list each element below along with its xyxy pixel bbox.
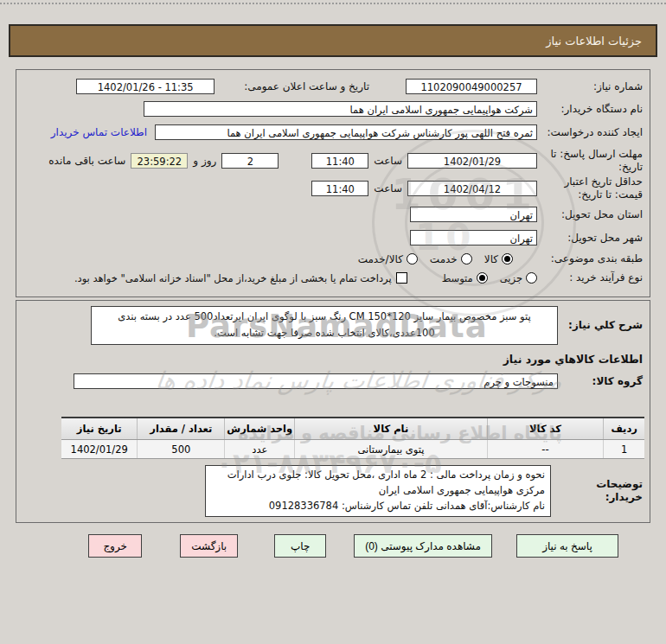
goods-table: ردیف کد کالا نام کالا واحد شمارش تعداد /… [61, 417, 644, 459]
table-row[interactable]: 1 -- پتوی بیمارستانی عدد 500 1402/01/29 [61, 440, 644, 459]
view-attachments-button[interactable]: مشاهده مدارک پیوستی (0) [354, 534, 492, 558]
buyer-org-field[interactable]: شرکت هواپیمایی جمهوری اسلامی ایران هما [144, 101, 537, 117]
radio-selected-icon[interactable] [502, 253, 513, 265]
class-option-goods-label: کالا [484, 253, 498, 265]
buyer-org-row: نام دستگاه خریدار: شرکت هواپیمایی جمهوری… [23, 101, 643, 117]
deadline-hour-label: ساعت [374, 155, 402, 167]
class-option-goods-service[interactable]: کالا/خدمت [358, 253, 418, 265]
delivery-province-field[interactable]: تهران [410, 207, 537, 222]
goods-info-heading: اطلاعات کالاهاي مورد نیاز [503, 353, 643, 366]
col-need-date: تاریخ نیاز [61, 418, 138, 440]
goods-group-row: گروه کالا: منسوجات و چرم [23, 373, 643, 389]
class-option-goods-service-label: کالا/خدمت [358, 253, 403, 265]
radio-selected-icon[interactable] [477, 272, 488, 284]
cell-quantity: 500 [138, 440, 225, 459]
buyer-notes-label: توضیحات خریدار: [556, 478, 643, 504]
days-and-label: روز و [193, 155, 216, 167]
validity-date-field[interactable]: 1402/04/12 [407, 181, 537, 196]
radio-icon[interactable] [407, 253, 418, 265]
buyer-notes-field[interactable]: نحوه و زمان پرداخت مالی : 2 ماه اداری ،م… [205, 465, 551, 517]
delivery-city-label: شهر محل تحویل: [542, 232, 643, 245]
col-goods-code: کد کالا [487, 418, 604, 440]
class-option-goods[interactable]: کالا [484, 253, 513, 265]
deadline-date-field[interactable]: 1402/01/29 [407, 153, 537, 169]
treasury-payment-option[interactable]: پرداخت تمام یا بخشی از مبلغ خرید،از محل … [74, 272, 407, 284]
col-quantity: تعداد / مقدار [138, 418, 225, 440]
col-row-number: ردیف [604, 418, 644, 440]
top-dotted-divider [0, 3, 666, 4]
delivery-city-field[interactable]: تهران [410, 230, 537, 245]
countdown-timer: 23:59:22 [131, 153, 188, 169]
process-option-partial-label: جزیی [500, 272, 522, 284]
hours-remaining-label: ساعت باقی مانده [48, 155, 125, 167]
cell-goods-name: پتوی بیمارستانی [295, 440, 487, 459]
price-validity-label: حداقل تاریخ اعتبار قیمت: تا تاریخ: [542, 175, 643, 201]
radio-icon[interactable] [461, 253, 472, 265]
delivery-province-label: استان محل تحویل: [542, 208, 643, 221]
subject-classification-row: طبقه بندی موضوعی: کالا خدمت کالا/خدمت [23, 252, 643, 265]
radio-icon[interactable] [526, 272, 537, 284]
col-goods-name: نام کالا [295, 418, 487, 440]
buyer-contact-link[interactable]: اطلاعات تماس خریدار [51, 126, 147, 138]
buyer-notes-row: توضیحات خریدار: نحوه و زمان پرداخت مالی … [23, 465, 643, 517]
response-deadline-row: مهلت ارسال پاسخ: تا تاریخ: 1402/01/29 سا… [23, 148, 643, 174]
purchase-process-label: نوع فرآیند خرید : [542, 271, 643, 284]
print-button[interactable]: چاپ [274, 534, 326, 558]
respond-to-need-button[interactable]: پاسخ به نیاز [516, 534, 618, 558]
page-title-bar: جزئیات اطلاعات نیاز [9, 24, 657, 57]
process-option-partial[interactable]: جزیی [500, 272, 537, 284]
request-creator-label: ایجاد کننده درخواست: [542, 126, 643, 139]
need-info-panel: شماره نیاز: 1102090049000257 تاریخ و ساع… [16, 69, 650, 297]
announce-datetime-field[interactable]: 1402/01/26 - 11:35 [76, 79, 215, 94]
response-deadline-label: مهلت ارسال پاسخ: تا تاریخ: [542, 148, 643, 174]
goods-info-panel: شرح کلي نیاز: پتو سبز مخصوص بیمار سایز 1… [16, 300, 650, 523]
buyer-notes-line2: نام کارشناس:آقای همدانی تلفن تماس کارشنا… [211, 499, 545, 514]
class-option-service[interactable]: خدمت [430, 253, 472, 265]
need-number-row: شماره نیاز: 1102090049000257 تاریخ و ساع… [23, 79, 643, 94]
validity-hour-label: ساعت [374, 182, 402, 194]
cell-row-number: 1 [604, 440, 644, 459]
validity-time-field[interactable]: 11:40 [311, 181, 368, 196]
cell-need-date: 1402/01/29 [61, 440, 138, 459]
col-count-unit: واحد شمارش [225, 418, 295, 440]
need-description-row: شرح کلي نیاز: پتو سبز مخصوص بیمار سایز 1… [23, 306, 643, 345]
process-option-medium[interactable]: متوسط [442, 272, 488, 284]
buyer-org-label: نام دستگاه خریدار: [542, 103, 643, 116]
checkbox-icon[interactable] [396, 272, 407, 284]
need-description-field[interactable]: پتو سبز مخصوص بیمار سایز 120*150 CM رنگ … [91, 306, 558, 345]
purchase-process-row: نوع فرآیند خرید : جزیی متوسط پرداخت تمام… [23, 271, 643, 284]
goods-table-header-row: ردیف کد کالا نام کالا واحد شمارش تعداد /… [61, 418, 644, 440]
price-validity-row: حداقل تاریخ اعتبار قیمت: تا تاریخ: 1402/… [23, 175, 643, 201]
goods-group-label: گروه کالا: [563, 375, 643, 388]
need-number-field[interactable]: 1102090049000257 [406, 79, 537, 94]
days-remaining-field[interactable]: 2 [221, 153, 279, 169]
treasury-payment-label: پرداخت تمام یا بخشی از مبلغ خرید،از محل … [74, 272, 392, 284]
process-option-medium-label: متوسط [442, 272, 473, 284]
cell-goods-code: -- [487, 440, 604, 459]
goods-info-heading-row: اطلاعات کالاهاي مورد نیاز [23, 353, 643, 366]
delivery-province-row: استان محل تحویل: تهران [23, 207, 643, 222]
back-button[interactable]: بازگشت [180, 534, 238, 558]
goods-group-field[interactable]: منسوجات و چرم [74, 373, 558, 389]
subject-classification-label: طبقه بندی موضوعی: [542, 252, 643, 265]
page-title: جزئیات اطلاعات نیاز [546, 35, 642, 48]
action-buttons-row: پاسخ به نیاز مشاهده مدارک پیوستی (0) چاپ… [0, 534, 618, 558]
announce-datetime-label: تاریخ و ساعت اعلان عمومی: [244, 80, 369, 92]
request-creator-field[interactable]: ثمره فتح اللهی پور کارشناس شرکت هواپیمای… [155, 124, 537, 140]
deadline-time-field[interactable]: 11:40 [311, 153, 368, 169]
need-number-label: شماره نیاز: [542, 80, 643, 93]
class-option-service-label: خدمت [430, 253, 458, 265]
exit-button[interactable]: خروج [88, 534, 142, 558]
buyer-notes-line1: نحوه و زمان پرداخت مالی : 2 ماه اداری ،م… [211, 468, 545, 499]
cell-count-unit: عدد [225, 440, 295, 459]
procurement-need-details-page: جزئیات اطلاعات نیاز شماره نیاز: 11020900… [0, 0, 666, 644]
need-description-label: شرح کلي نیاز: [563, 319, 643, 332]
request-creator-row: ایجاد کننده درخواست: ثمره فتح اللهی پور … [23, 124, 643, 140]
delivery-city-row: شهر محل تحویل: تهران [23, 230, 643, 245]
